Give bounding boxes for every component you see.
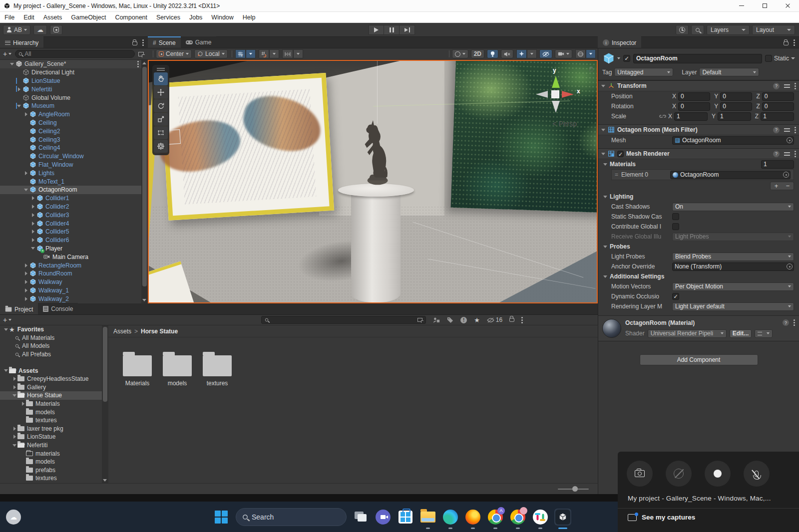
edge-icon[interactable] [442, 509, 459, 526]
undo-history-button[interactable] [676, 25, 689, 35]
account-button[interactable]: AB [3, 25, 30, 35]
component-kebab-icon[interactable] [795, 85, 796, 87]
hierarchy-row[interactable]: LionStatue [0, 77, 148, 85]
hierarchy-row[interactable]: Flat_Window [0, 161, 148, 169]
project-tree-row[interactable]: models [0, 408, 102, 416]
object-picker-icon[interactable] [787, 137, 793, 143]
taskbar-search[interactable]: Search [236, 508, 347, 526]
scale-x-field[interactable]: 1 [674, 112, 708, 121]
hierarchy-row[interactable]: Collider5 [0, 228, 148, 236]
rendering-layer-dropdown[interactable]: Light Layer default [672, 302, 794, 311]
hierarchy-row[interactable]: Directional Light [0, 68, 148, 77]
menu-gameobject[interactable]: GameObject [66, 14, 110, 21]
project-tree-row[interactable]: Nefertiti [0, 441, 102, 450]
project-tree-row[interactable]: CreepyHeadlessStatue [0, 375, 102, 383]
tab-hierarchy[interactable]: Hierarchy [0, 36, 43, 48]
scale-tool-button[interactable] [154, 113, 168, 126]
record-button[interactable] [705, 461, 731, 487]
project-kebab-icon[interactable] [521, 319, 523, 321]
search-button[interactable] [691, 25, 704, 35]
hand-tool-button[interactable] [154, 72, 168, 85]
projection-label[interactable]: < Persp [552, 120, 577, 128]
gizmo-x-cone[interactable] [562, 91, 574, 98]
tree-arrow[interactable] [30, 222, 36, 226]
search-in-icon[interactable] [417, 318, 422, 322]
breadcrumb-current[interactable]: Horse Statue [141, 328, 178, 335]
pedestal-column[interactable] [351, 191, 400, 302]
favorites-filter-icon[interactable]: ! [460, 317, 467, 323]
tree-arrow[interactable] [11, 427, 17, 431]
menu-file[interactable]: File [0, 14, 19, 21]
project-tree-row[interactable]: Gallery [0, 383, 102, 392]
hierarchy-add-button[interactable]: + [3, 50, 11, 58]
object-picker-icon[interactable] [787, 264, 793, 269]
menu-help[interactable]: Help [238, 14, 260, 21]
tab-game[interactable]: Game [181, 36, 217, 48]
tree-arrow[interactable] [30, 238, 36, 242]
favorites-header[interactable]: ★Favorites [0, 325, 102, 334]
mic-toggle-button[interactable] [744, 461, 770, 487]
hierarchy-row[interactable]: Gallery_Scene* [0, 60, 148, 68]
close-button[interactable] [776, 0, 799, 11]
link-icon[interactable] [659, 114, 666, 119]
add-component-button[interactable]: Add Component [640, 354, 758, 365]
tree-arrow[interactable] [11, 394, 17, 397]
add-material-button[interactable]: + [775, 182, 779, 190]
tree-arrow[interactable] [23, 280, 29, 284]
rotate-tool-button[interactable] [154, 99, 168, 112]
menu-component[interactable]: Component [110, 14, 152, 21]
transform-component-header[interactable]: Transform ? [598, 80, 799, 91]
gizmo-center-cube[interactable] [551, 90, 559, 98]
effects-toggle[interactable] [516, 49, 537, 58]
hierarchy-scrollbar[interactable] [141, 60, 148, 303]
tree-arrow[interactable] [23, 264, 29, 267]
menu-window[interactable]: Window [207, 14, 238, 21]
hierarchy-row[interactable]: Walkway_2 [0, 294, 148, 303]
static-checkbox[interactable] [765, 55, 772, 62]
help-icon[interactable]: ? [773, 83, 780, 89]
hierarchy-row[interactable]: Ceiling [0, 119, 148, 127]
gizmo-y-cone[interactable] [552, 76, 560, 88]
move-tool-button[interactable] [154, 86, 168, 99]
pivot-dropdown[interactable]: Center [156, 49, 192, 58]
hierarchy-row[interactable]: Walkway [0, 278, 148, 286]
measure-toggle[interactable] [282, 49, 303, 58]
mesh-object-field[interactable]: OctagonRoom [672, 136, 794, 145]
project-tree-row[interactable]: textures [0, 474, 102, 483]
shader-edit-button[interactable]: Edit... [730, 329, 752, 338]
orientation-gizmo[interactable]: y x [528, 67, 583, 122]
hidden-count-toggle[interactable]: 16 [487, 316, 502, 323]
drag-handle-icon[interactable]: = [615, 171, 618, 178]
tree-arrow[interactable] [30, 213, 36, 217]
static-shadow-checkbox[interactable] [672, 213, 679, 220]
services-button[interactable] [50, 25, 62, 35]
project-add-button[interactable]: + [3, 316, 11, 324]
project-lock-icon[interactable] [509, 318, 514, 322]
hierarchy-search-input[interactable]: All [15, 50, 135, 58]
tree-arrow[interactable] [23, 288, 29, 292]
orientation-dropdown[interactable]: Local [194, 49, 228, 58]
position-x-field[interactable]: 0 [678, 92, 710, 101]
position-z-field[interactable]: 0 [762, 92, 794, 101]
measure-dropdown[interactable] [293, 49, 303, 58]
tree-arrow[interactable] [30, 196, 36, 200]
materials-foldout[interactable]: Materials 1 [598, 159, 799, 169]
project-tree-row[interactable]: Assets [0, 366, 102, 375]
hierarchy-row[interactable]: Collider6 [0, 236, 148, 245]
camera-settings-dropdown[interactable] [555, 49, 572, 58]
kebab-menu-icon[interactable] [142, 42, 144, 43]
menu-edit[interactable]: Edit [19, 14, 39, 21]
hierarchy-row[interactable]: Nefertiti [0, 85, 148, 93]
chat-app-icon[interactable] [375, 509, 392, 526]
weather-widget[interactable]: ☁ [6, 510, 21, 525]
tree-arrow[interactable] [11, 444, 17, 447]
hierarchy-row[interactable]: RectangleRoom [0, 261, 148, 269]
hierarchy-row[interactable]: Ceiling4 [0, 144, 148, 152]
hierarchy-row[interactable]: Ceiling3 [0, 135, 148, 144]
grid-snap-toggle[interactable]: Y [235, 49, 256, 58]
chrome-profile-a-icon[interactable]: A [487, 509, 504, 526]
tab-scene[interactable]: # Scene [148, 36, 181, 48]
dynamic-occlusion-checkbox[interactable]: ✓ [672, 293, 679, 300]
label-filter-icon[interactable] [447, 317, 453, 323]
project-tree-scrollbar[interactable] [102, 325, 108, 483]
